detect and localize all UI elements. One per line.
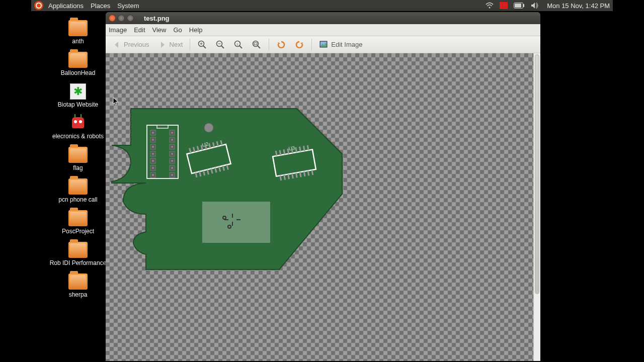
battery-icon[interactable]	[514, 3, 525, 9]
menu-go[interactable]: Go	[174, 26, 182, 34]
image-canvas[interactable]: U2 U3	[106, 53, 540, 361]
indicator-red-icon[interactable]	[500, 2, 508, 9]
robot-icon	[69, 115, 87, 131]
zoom-100-icon: 1	[233, 40, 244, 50]
folder-icon	[68, 242, 88, 258]
zoom-in-icon	[197, 40, 207, 50]
folder-icon	[68, 178, 88, 195]
previous-label: Previous	[124, 41, 149, 48]
menu-edit[interactable]: Edit	[134, 26, 145, 34]
svg-point-14	[253, 41, 259, 46]
desktop-icon-label: PoscProject	[62, 228, 94, 235]
scrollbar-thumb[interactable]	[535, 54, 539, 294]
volume-icon[interactable]	[531, 2, 539, 9]
arrow-left-icon	[112, 40, 122, 50]
desktop-icon-flag[interactable]: flag	[45, 147, 111, 171]
mouse-cursor-icon	[113, 97, 119, 106]
desktop-icon-robidi[interactable]: Rob IDI Performance	[45, 242, 111, 266]
titlebar[interactable]: test.png	[106, 12, 540, 24]
zoom-fit-button[interactable]	[249, 38, 265, 51]
svg-line-9	[221, 46, 224, 48]
folder-icon	[68, 210, 88, 226]
menu-places[interactable]: Places	[91, 2, 110, 10]
menu-system[interactable]: System	[117, 2, 139, 10]
window-maximize-button[interactable]	[127, 15, 134, 22]
clock[interactable]: Mon 15 Nov, 1:42 PM	[547, 2, 610, 10]
desktop-icon-pcn[interactable]: pcn phone call	[45, 178, 111, 203]
zoom-in-button[interactable]	[194, 38, 210, 51]
menu-image[interactable]: Image	[109, 26, 127, 34]
desktop-icon-label: BalloonHead	[61, 69, 96, 76]
zoom-fit-icon	[252, 40, 262, 50]
window-title: test.png	[144, 15, 170, 22]
folder-icon	[68, 274, 88, 290]
desktop-icon-label: sherpa	[69, 291, 88, 298]
desktop-icon-electronics[interactable]: elecronics & robots	[45, 115, 111, 140]
menu-applications[interactable]: Applications	[48, 2, 84, 10]
folder-icon	[68, 20, 88, 36]
zoom-out-button[interactable]	[212, 38, 228, 51]
toolbar: Previous Next 1	[106, 36, 540, 53]
svg-line-15	[258, 46, 260, 48]
svg-text:1: 1	[237, 42, 239, 45]
svg-rect-16	[254, 43, 257, 45]
desktop-icon-balloonhead[interactable]: BalloonHead	[45, 52, 111, 76]
edit-image-label: Edit Image	[331, 41, 362, 48]
launcher-icon: ✱	[70, 83, 86, 100]
image-viewer-window: test.png Image Edit View Go Help Previou…	[106, 12, 540, 361]
desktop-icon-label: Biotap Website	[58, 101, 99, 108]
desktop-icon-label: elecronics & robots	[52, 133, 104, 140]
zoom-out-icon	[215, 40, 225, 50]
wifi-icon[interactable]	[486, 2, 494, 9]
ubuntu-logo-icon[interactable]	[34, 1, 43, 10]
desktop-icon-anth[interactable]: anth	[45, 20, 111, 45]
desktop-icon-poscproject[interactable]: PoscProject	[45, 210, 111, 235]
desktop-icon-label: pcn phone call	[58, 196, 97, 203]
next-label: Next	[170, 41, 183, 48]
svg-rect-2	[523, 4, 524, 7]
desktop-icon-label: flag	[73, 164, 83, 171]
edit-image-icon	[319, 40, 329, 50]
menu-help[interactable]: Help	[189, 26, 203, 34]
rotate-cw-icon	[294, 40, 304, 50]
desktop-icon-label: anth	[72, 38, 84, 45]
arrow-right-icon	[157, 40, 168, 50]
window-close-button[interactable]	[109, 15, 116, 22]
desktop-icons: anth BalloonHead ✱ Biotap Website elecro…	[45, 20, 111, 298]
next-button[interactable]: Next	[154, 38, 186, 51]
svg-line-5	[203, 46, 206, 48]
zoom-actual-button[interactable]: 1	[230, 38, 247, 51]
svg-rect-3	[515, 4, 521, 8]
top-panel: Applications Places System Mon 15 Nov, 1…	[31, 0, 613, 11]
rotate-right-button[interactable]	[291, 38, 307, 51]
desktop-icon-label: Rob IDI Performance	[50, 259, 107, 266]
desktop-icon-sherpa[interactable]: sherpa	[45, 274, 111, 298]
menu-view[interactable]: View	[152, 26, 167, 34]
rotate-ccw-icon	[276, 40, 286, 50]
rotate-left-button[interactable]	[273, 38, 289, 51]
vertical-scrollbar[interactable]	[533, 53, 540, 361]
transparency-checker	[106, 53, 533, 361]
folder-icon	[68, 52, 88, 68]
edit-image-button[interactable]: Edit Image	[316, 38, 365, 51]
svg-point-0	[489, 7, 491, 9]
svg-line-12	[239, 46, 242, 48]
window-minimize-button[interactable]	[118, 15, 125, 22]
menubar: Image Edit View Go Help	[106, 24, 540, 36]
folder-icon	[68, 147, 88, 163]
previous-button[interactable]: Previous	[109, 38, 152, 51]
desktop-icon-biotap[interactable]: ✱ Biotap Website	[45, 83, 111, 108]
